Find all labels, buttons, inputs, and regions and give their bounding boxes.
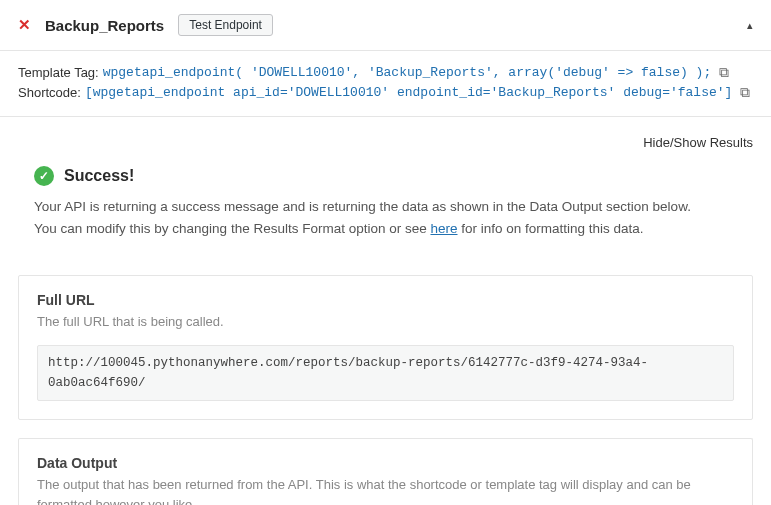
shortcode-label: Shortcode: [18, 85, 81, 100]
data-output-subtitle: The output that has been returned from t… [37, 475, 734, 505]
success-title: Success! [64, 167, 134, 185]
shortcode-row: Shortcode: [wpgetapi_endpoint api_id='DO… [18, 84, 753, 101]
full-url-title: Full URL [37, 292, 734, 308]
template-tag-label: Template Tag: [18, 65, 99, 80]
here-link[interactable]: here [430, 221, 457, 236]
success-description: Your API is returning a success message … [34, 196, 737, 241]
success-line2-before: You can modify this by changing the Resu… [34, 221, 430, 236]
shortcode-code: [wpgetapi_endpoint api_id='DOWELL10010' … [85, 85, 733, 100]
success-line1: Your API is returning a success message … [34, 199, 691, 214]
template-tag-row: Template Tag: wpgetapi_endpoint( 'DOWELL… [18, 64, 753, 81]
data-output-title: Data Output [37, 455, 734, 471]
data-output-card: Data Output The output that has been ret… [18, 438, 753, 505]
success-line2-after: for info on formatting this data. [458, 221, 644, 236]
success-header: ✓ Success! [34, 166, 737, 186]
collapse-toggle-icon[interactable]: ▴ [747, 19, 753, 32]
check-circle-icon: ✓ [34, 166, 54, 186]
full-url-value: http://100045.pythonanywhere.com/reports… [37, 345, 734, 401]
close-icon[interactable]: ✕ [18, 16, 31, 34]
endpoint-title: Backup_Reports [45, 17, 164, 34]
full-url-subtitle: The full URL that is being called. [37, 312, 734, 332]
tags-block: Template Tag: wpgetapi_endpoint( 'DOWELL… [0, 51, 771, 117]
full-url-card: Full URL The full URL that is being call… [18, 275, 753, 421]
test-endpoint-button[interactable]: Test Endpoint [178, 14, 273, 36]
template-tag-code: wpgetapi_endpoint( 'DOWELL10010', 'Backu… [103, 65, 712, 80]
copy-shortcode-icon[interactable]: ⧉ [740, 84, 750, 101]
endpoint-header: ✕ Backup_Reports Test Endpoint ▴ [0, 0, 771, 51]
copy-template-icon[interactable]: ⧉ [719, 64, 729, 81]
hide-show-results-link[interactable]: Hide/Show Results [0, 117, 771, 156]
success-block: ✓ Success! Your API is returning a succe… [0, 156, 771, 263]
